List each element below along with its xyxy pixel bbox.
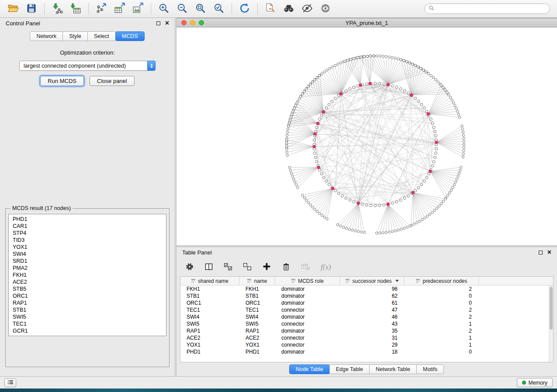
table-cell: YOX1 — [180, 342, 239, 348]
mcds-result-item[interactable]: PHD1 — [9, 216, 166, 223]
optimization-criterion-dropdown[interactable]: largest connected component (undirected) — [19, 61, 156, 71]
tab-motifs[interactable]: Motifs — [416, 364, 444, 374]
column-header-successor-nodes[interactable]: successor nodes — [340, 277, 405, 285]
hide-graphics-details-button[interactable] — [298, 1, 316, 16]
show-graphics-details-button[interactable] — [317, 1, 334, 16]
import-network-button[interactable] — [48, 1, 66, 16]
share-document-button[interactable] — [262, 1, 279, 16]
table-cell: 29 — [340, 342, 405, 348]
table-cell: 62 — [340, 293, 405, 299]
function-builder-button[interactable]: f(x) — [321, 263, 331, 272]
mcds-result-item[interactable]: SWI5 — [9, 313, 166, 320]
mcds-result-item[interactable]: SRD1 — [9, 258, 166, 265]
right-area: YPA_prune.txt_1 Table Panel × — [176, 18, 557, 376]
run-mcds-button[interactable]: Run MCDS — [40, 76, 84, 86]
column-header-name[interactable]: name — [239, 277, 275, 285]
close-panel-icon[interactable]: × — [547, 249, 551, 256]
column-header-shared-name[interactable]: shared name — [180, 277, 239, 285]
column-header-predecessor-nodes[interactable]: predecessor nodes — [405, 277, 479, 285]
table-row[interactable]: YOX1YOX1connector291 — [180, 341, 553, 348]
column-type-icon — [345, 279, 350, 283]
table-settings-button[interactable] — [185, 262, 194, 272]
mcds-result-item[interactable]: STB5 — [9, 285, 166, 292]
column-header-mcds-role[interactable]: MCDS role — [275, 277, 340, 285]
zoom-out-button[interactable] — [173, 1, 191, 16]
table-cell: 96 — [340, 286, 405, 292]
mcds-result-item[interactable]: ORC1 — [9, 292, 166, 299]
table-row[interactable]: FKH1FKH1dominator962 — [180, 285, 553, 292]
table-cell: SWI5 — [239, 321, 275, 327]
table-row[interactable]: ACE2ACE2connector311 — [180, 334, 553, 341]
find-button[interactable] — [280, 1, 298, 16]
delete-column-button[interactable] — [282, 262, 291, 272]
control-panel-header: Control Panel × — [0, 18, 175, 28]
memory-button[interactable]: Memory — [517, 378, 553, 387]
import-table-button[interactable] — [67, 1, 84, 16]
table-row[interactable]: STB1STB1dominator620 — [180, 292, 553, 299]
window-maximize-button[interactable] — [199, 20, 204, 25]
table-body[interactable]: FKH1FKH1dominator962STB1STB1dominator620… — [180, 285, 553, 362]
search-field[interactable] — [424, 3, 550, 14]
table-scrollbar[interactable] — [549, 285, 553, 362]
network-window-titlebar[interactable]: YPA_prune.txt_1 — [176, 18, 557, 28]
tab-select[interactable]: Select — [87, 31, 116, 41]
network-graph[interactable] — [176, 28, 557, 245]
table-delete-icon — [301, 262, 310, 272]
export-table-button[interactable] — [111, 1, 128, 16]
mcds-result-list[interactable]: PHD1CAR1STP4TID3YOX1SWI4SRD1PMA2FKH1ACE2… — [8, 214, 166, 336]
scrollbar-thumb[interactable] — [550, 287, 553, 330]
float-panel-icon[interactable] — [539, 251, 543, 254]
tab-style[interactable]: Style — [62, 31, 88, 41]
table-row[interactable]: SWI4SWI4dominator462 — [180, 313, 553, 320]
mcds-result-item[interactable]: CAR1 — [9, 223, 166, 230]
table-cell: STB1 — [239, 293, 275, 299]
save-session-button[interactable] — [23, 1, 40, 16]
table-row[interactable]: RAP1RAP1dominator352 — [180, 327, 553, 334]
refresh-layout-button[interactable] — [236, 1, 253, 16]
network-canvas[interactable] — [176, 28, 557, 245]
mcds-result-item[interactable]: PMA2 — [9, 265, 166, 272]
zoom-selected-button[interactable] — [210, 1, 228, 16]
table-row[interactable]: TEC1TEC1connector472 — [180, 306, 553, 313]
zoom-in-button[interactable] — [155, 1, 173, 16]
mcds-result-item[interactable]: RAP1 — [9, 299, 166, 306]
mcds-result-item[interactable]: TEC1 — [9, 320, 166, 327]
window-close-button[interactable] — [181, 20, 187, 25]
close-panel-icon[interactable]: × — [165, 20, 169, 27]
status-bar: Memory — [0, 376, 557, 389]
search-input[interactable] — [437, 6, 546, 12]
show-columns-button[interactable] — [204, 262, 213, 272]
tab-network[interactable]: Network — [30, 31, 63, 41]
tab-edge-table[interactable]: Edge Table — [329, 364, 370, 374]
control-panel-title: Control Panel — [6, 20, 40, 27]
tab-network-table[interactable]: Network Table — [369, 364, 417, 374]
export-image-button[interactable] — [129, 1, 147, 16]
deselect-all-columns-button[interactable] — [243, 262, 252, 272]
table-cell: dominator — [275, 349, 340, 355]
export-network-button[interactable] — [93, 1, 110, 16]
tab-mcds[interactable]: MCDS — [115, 31, 145, 41]
status-menu-button[interactable] — [4, 378, 16, 387]
mcds-result-item[interactable]: ACE2 — [9, 279, 166, 285]
mcds-result-item[interactable]: STP4 — [9, 230, 166, 237]
table-row[interactable]: PHD1PHD1dominator180 — [180, 348, 553, 355]
mcds-result-item[interactable]: FKH1 — [9, 272, 166, 279]
table-row[interactable]: SWI5SWI5connector431 — [180, 320, 553, 327]
select-all-columns-button[interactable] — [224, 262, 232, 272]
table-cell: FKH1 — [239, 286, 275, 292]
mcds-result-item[interactable]: GCR1 — [9, 327, 166, 334]
mcds-result-item[interactable]: YOX1 — [9, 244, 166, 251]
close-panel-button[interactable]: Close panel — [90, 76, 135, 86]
window-minimize-button[interactable] — [190, 20, 195, 25]
mcds-result-item[interactable]: TID3 — [9, 237, 166, 244]
open-file-button[interactable] — [4, 1, 22, 16]
mcds-result-item[interactable]: STB1 — [9, 306, 166, 313]
mcds-result-item[interactable]: SWI4 — [9, 251, 166, 258]
zoom-fit-button[interactable] — [192, 1, 209, 16]
float-panel-icon[interactable] — [156, 21, 160, 25]
table-cell: ACE2 — [239, 335, 275, 341]
network-window: YPA_prune.txt_1 — [176, 18, 557, 245]
table-row[interactable]: ORC1ORC1dominator610 — [180, 299, 553, 306]
tab-node-table[interactable]: Node Table — [289, 364, 330, 374]
add-column-button[interactable] — [262, 262, 271, 272]
